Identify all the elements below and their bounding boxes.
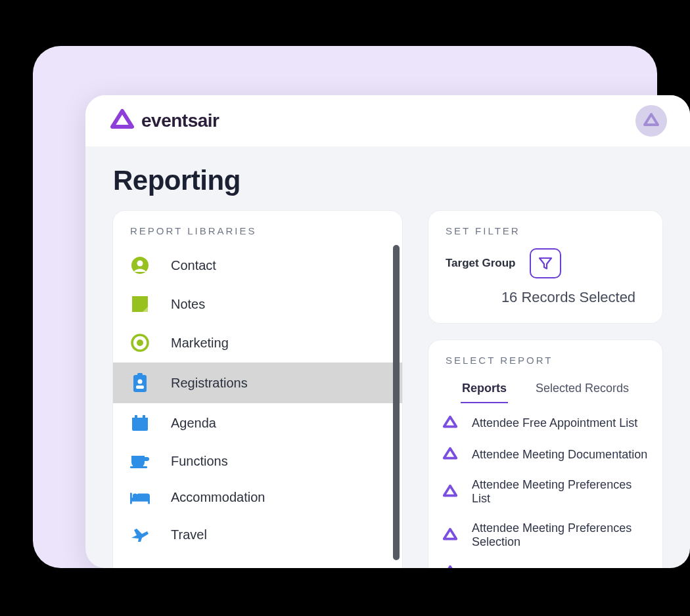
contact-icon xyxy=(130,256,150,275)
report-logo-icon xyxy=(442,415,459,431)
library-item-label: Travel xyxy=(171,527,207,542)
target-icon xyxy=(130,334,150,352)
svg-point-1 xyxy=(137,261,143,267)
report-list: Attendee Free Appointment ListAttendee M… xyxy=(428,403,662,568)
filter-button[interactable] xyxy=(530,248,561,278)
notes-icon xyxy=(130,296,150,313)
report-item-label: Attendee Meeting Schedule xyxy=(472,566,617,569)
library-item-notes[interactable]: Notes xyxy=(113,285,402,323)
svg-rect-10 xyxy=(132,418,148,422)
app-window: eventsair Reporting REPORT LIBRARIES Con… xyxy=(85,95,690,568)
report-logo-icon xyxy=(442,565,459,568)
coffee-icon xyxy=(130,453,150,469)
library-item-label: Notes xyxy=(171,297,205,312)
funnel-icon xyxy=(538,255,553,271)
report-logo-icon xyxy=(442,484,459,500)
svg-rect-12 xyxy=(143,415,145,420)
report-item[interactable]: Attendee Meeting Preferences Selection xyxy=(428,514,662,557)
records-selected-text: 16 Records Selected xyxy=(446,285,645,306)
svg-rect-17 xyxy=(130,498,150,501)
library-item-label: Contact xyxy=(171,258,216,273)
report-libraries-panel: REPORT LIBRARIES ContactNotesMarketingRe… xyxy=(113,211,402,568)
svg-rect-14 xyxy=(130,466,147,468)
svg-point-4 xyxy=(137,340,143,346)
library-item-label: Registrations xyxy=(171,376,248,391)
library-item-functions[interactable]: Functions xyxy=(113,443,402,479)
svg-rect-11 xyxy=(135,415,137,420)
svg-rect-8 xyxy=(136,385,144,389)
library-item-label: Accommodation xyxy=(171,490,265,505)
library-item-accommodation[interactable]: Accommodation xyxy=(113,479,402,516)
report-item-label: Attendee Meeting Preferences Selection xyxy=(472,521,649,549)
brand: eventsair xyxy=(108,108,219,133)
topbar: eventsair xyxy=(85,95,690,146)
report-logo-icon xyxy=(442,527,459,543)
library-item-travel[interactable]: Travel xyxy=(113,516,402,554)
svg-point-7 xyxy=(138,380,143,384)
library-item-marketing[interactable]: Marketing xyxy=(113,323,402,363)
brand-logo-icon xyxy=(108,108,136,133)
select-report-panel: SELECT REPORT ReportsSelected Records At… xyxy=(428,340,662,568)
svg-rect-6 xyxy=(137,373,143,376)
target-group-label: Target Group xyxy=(446,257,515,270)
library-item-label: Functions xyxy=(171,454,228,469)
plane-icon xyxy=(130,526,150,543)
scrollbar-thumb[interactable] xyxy=(393,245,400,560)
tab-selected-records[interactable]: Selected Records xyxy=(534,378,630,403)
bed-icon xyxy=(130,491,150,505)
header-logo-button[interactable] xyxy=(635,105,667,137)
brand-name: eventsair xyxy=(141,110,219,131)
library-item-label: Marketing xyxy=(171,336,229,351)
report-libraries-title: REPORT LIBRARIES xyxy=(113,211,402,246)
report-item[interactable]: Attendee Free Appointment List xyxy=(428,407,662,439)
report-item[interactable]: Attendee Meeting Documentation xyxy=(428,439,662,470)
calendar-icon xyxy=(130,414,150,432)
report-item[interactable]: Attendee Meeting Schedule xyxy=(428,557,662,568)
badge-icon xyxy=(130,373,150,393)
library-item-label: Agenda xyxy=(171,416,216,431)
report-logo-icon xyxy=(442,447,459,462)
report-item-label: Attendee Free Appointment List xyxy=(472,416,637,430)
report-item[interactable]: Attendee Meeting Preferences List xyxy=(428,470,662,514)
page-title: Reporting xyxy=(85,146,690,211)
report-tabs: ReportsSelected Records xyxy=(428,375,662,403)
svg-rect-18 xyxy=(148,498,150,503)
set-filter-panel: SET FILTER Target Group 16 Records Selec… xyxy=(428,211,662,323)
tab-reports[interactable]: Reports xyxy=(461,378,508,403)
logo-small-icon xyxy=(642,112,660,129)
set-filter-title: SET FILTER xyxy=(446,225,645,248)
library-item-contact[interactable]: Contact xyxy=(113,246,402,285)
library-item-registrations[interactable]: Registrations xyxy=(113,363,402,403)
select-report-title: SELECT REPORT xyxy=(428,355,662,375)
library-item-agenda[interactable]: Agenda xyxy=(113,403,402,443)
report-libraries-list: ContactNotesMarketingRegistrationsAgenda… xyxy=(113,246,402,554)
report-item-label: Attendee Meeting Preferences List xyxy=(472,478,649,506)
report-item-label: Attendee Meeting Documentation xyxy=(472,448,647,462)
